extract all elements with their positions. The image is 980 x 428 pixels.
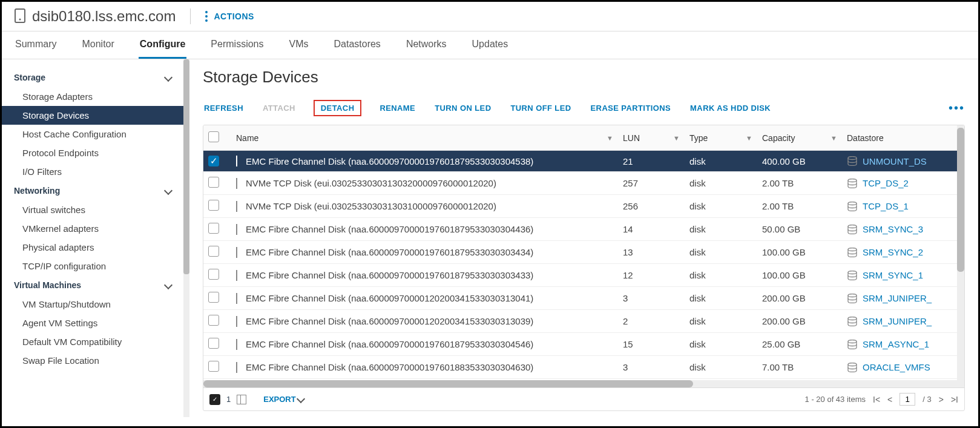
table-horizontal-scrollbar[interactable] bbox=[203, 380, 957, 387]
filter-icon[interactable]: ▼ bbox=[746, 134, 752, 142]
table-row[interactable]: EMC Fibre Channel Disk (naa.600009700001… bbox=[203, 356, 957, 379]
row-checkbox[interactable] bbox=[208, 177, 219, 188]
page-input[interactable] bbox=[899, 393, 915, 406]
export-button[interactable]: EXPORT bbox=[263, 395, 304, 404]
turn-on-led-button[interactable]: TURN ON LED bbox=[433, 101, 492, 115]
sidebar-item[interactable]: Virtual switches bbox=[2, 200, 183, 219]
table-footer: ✓ 1 EXPORT 1 - 20 of 43 items I< < / 3 >… bbox=[203, 387, 964, 410]
tab-networks[interactable]: Networks bbox=[405, 31, 448, 59]
datastore-link[interactable]: TCP_DS_2 bbox=[863, 178, 909, 188]
datastore-icon bbox=[847, 317, 858, 326]
row-checkbox[interactable]: ✓ bbox=[208, 156, 219, 166]
sidebar-group[interactable]: Networking bbox=[2, 181, 183, 200]
type-value: disk bbox=[685, 172, 757, 195]
sidebar-item[interactable]: VM Startup/Shutdown bbox=[2, 295, 183, 314]
select-all-checkbox[interactable] bbox=[208, 131, 219, 142]
datastore-link[interactable]: SRM_JUNIPER_ bbox=[863, 293, 932, 303]
row-indicator bbox=[236, 201, 237, 212]
sidebar-item[interactable]: Host Cache Configuration bbox=[2, 125, 183, 143]
selected-badge-icon: ✓ bbox=[209, 394, 220, 405]
row-checkbox[interactable] bbox=[208, 292, 219, 303]
table-row[interactable]: ✓EMC Fibre Channel Disk (naa.60000970000… bbox=[203, 151, 957, 172]
lun-value: 3 bbox=[618, 287, 685, 310]
row-indicator bbox=[236, 316, 237, 327]
sidebar-scrollbar[interactable] bbox=[183, 59, 189, 417]
datastore-link[interactable]: UNMOUNT_DS bbox=[863, 156, 927, 166]
table-row[interactable]: EMC Fibre Channel Disk (naa.600009700001… bbox=[203, 333, 957, 356]
row-indicator bbox=[236, 224, 237, 235]
erase-partitions-button[interactable]: ERASE PARTITIONS bbox=[590, 101, 673, 115]
main-content: Storage Devices REFRESH ATTACH DETACH RE… bbox=[189, 59, 978, 417]
selected-count: 1 bbox=[226, 395, 231, 404]
tab-permissions[interactable]: Permissions bbox=[209, 31, 265, 59]
svg-point-2 bbox=[848, 157, 857, 160]
sidebar-item[interactable]: Storage Devices bbox=[2, 106, 183, 125]
sidebar-item[interactable]: Protocol Endpoints bbox=[2, 143, 183, 162]
sidebar-group[interactable]: Storage bbox=[2, 68, 183, 87]
row-checkbox[interactable] bbox=[208, 246, 219, 257]
table-row[interactable]: EMC Fibre Channel Disk (naa.600009700001… bbox=[203, 264, 957, 287]
actions-label: ACTIONS bbox=[214, 12, 254, 21]
sidebar-item[interactable]: Physical adapters bbox=[2, 238, 183, 257]
tab-updates[interactable]: Updates bbox=[471, 31, 510, 59]
sidebar-item[interactable]: Storage Adapters bbox=[2, 87, 183, 106]
column-name: Name bbox=[236, 133, 258, 143]
row-checkbox[interactable] bbox=[208, 315, 219, 326]
sidebar-item[interactable]: Default VM Compatibility bbox=[2, 332, 183, 351]
more-actions-button[interactable]: ••• bbox=[949, 101, 965, 115]
tab-vms[interactable]: VMs bbox=[288, 31, 310, 59]
datastore-link[interactable]: SRM_SYNC_3 bbox=[863, 224, 923, 234]
datastore-link[interactable]: SRM_SYNC_1 bbox=[863, 270, 923, 280]
table-row[interactable]: EMC Fibre Channel Disk (naa.600009700001… bbox=[203, 310, 957, 333]
row-checkbox[interactable] bbox=[208, 200, 219, 211]
datastore-link[interactable]: SRM_JUNIPER_ bbox=[863, 316, 932, 326]
datastore-icon bbox=[847, 271, 858, 280]
last-page-button[interactable]: >I bbox=[951, 395, 958, 404]
datastore-link[interactable]: TCP_DS_1 bbox=[863, 201, 909, 211]
table-row[interactable]: EMC Fibre Channel Disk (naa.600009700001… bbox=[203, 218, 957, 241]
turn-off-led-button[interactable]: TURN OFF LED bbox=[509, 101, 572, 115]
tab-configure[interactable]: Configure bbox=[139, 31, 187, 59]
prev-page-button[interactable]: < bbox=[887, 395, 892, 404]
columns-icon[interactable] bbox=[237, 395, 246, 404]
sidebar-item[interactable]: VMkernel adapters bbox=[2, 219, 183, 238]
filter-icon[interactable]: ▼ bbox=[607, 134, 613, 142]
table-vertical-scrollbar[interactable] bbox=[957, 125, 964, 387]
svg-point-8 bbox=[848, 294, 857, 297]
tab-monitor[interactable]: Monitor bbox=[81, 31, 115, 59]
rename-button[interactable]: RENAME bbox=[378, 101, 416, 115]
table-row[interactable]: NVMe TCP Disk (eui.030253303031303100009… bbox=[203, 195, 957, 218]
row-checkbox[interactable] bbox=[208, 338, 219, 349]
table-row[interactable]: EMC Fibre Channel Disk (naa.600009700001… bbox=[203, 287, 957, 310]
type-value: disk bbox=[685, 333, 757, 356]
row-checkbox[interactable] bbox=[208, 269, 219, 280]
tab-summary[interactable]: Summary bbox=[14, 31, 58, 59]
filter-icon[interactable]: ▼ bbox=[673, 134, 680, 142]
datastore-link[interactable]: SRM_SYNC_2 bbox=[863, 247, 923, 257]
column-capacity: Capacity bbox=[762, 133, 795, 143]
sidebar-item[interactable]: I/O Filters bbox=[2, 162, 183, 181]
datastore-link[interactable]: SRM_ASYNC_1 bbox=[863, 339, 929, 349]
capacity-value: 100.00 GB bbox=[757, 264, 842, 287]
refresh-button[interactable]: REFRESH bbox=[203, 101, 245, 115]
first-page-button[interactable]: I< bbox=[873, 395, 880, 404]
sidebar-item[interactable]: Agent VM Settings bbox=[2, 314, 183, 332]
mark-as-hdd-button[interactable]: MARK AS HDD DISK bbox=[689, 101, 772, 115]
sidebar-group[interactable]: Virtual Machines bbox=[2, 275, 183, 295]
actions-menu[interactable]: ACTIONS bbox=[205, 11, 254, 22]
filter-icon[interactable]: ▼ bbox=[830, 134, 837, 142]
sidebar-item[interactable]: Swap File Location bbox=[2, 351, 183, 370]
detach-button[interactable]: DETACH bbox=[314, 100, 362, 116]
table-row[interactable]: EMC Fibre Channel Disk (naa.600009700001… bbox=[203, 241, 957, 264]
table-row[interactable]: NVMe TCP Disk (eui.030253303031303200009… bbox=[203, 172, 957, 195]
row-checkbox[interactable] bbox=[208, 361, 219, 372]
sidebar-item[interactable]: TCP/IP configuration bbox=[2, 257, 183, 275]
tab-datastores[interactable]: Datastores bbox=[333, 31, 382, 59]
device-name: EMC Fibre Channel Disk (naa.600009700001… bbox=[246, 339, 533, 349]
datastore-link[interactable]: ORACLE_VMFS bbox=[863, 362, 930, 372]
type-value: disk bbox=[685, 310, 757, 333]
datastore-icon bbox=[847, 202, 858, 211]
row-checkbox[interactable] bbox=[208, 223, 219, 234]
next-page-button[interactable]: > bbox=[939, 395, 944, 404]
row-indicator bbox=[236, 156, 237, 166]
